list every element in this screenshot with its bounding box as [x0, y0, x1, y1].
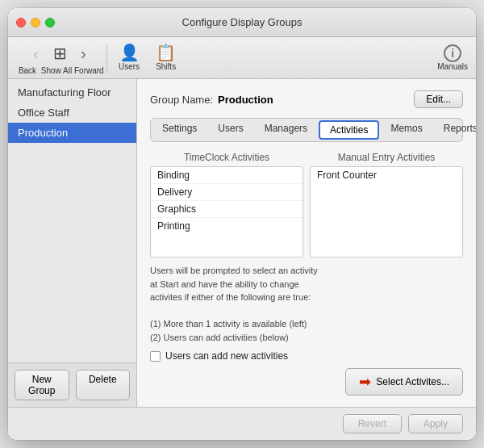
back-label: Back: [16, 66, 39, 75]
info-line-3: activites if either of the following are…: [150, 291, 463, 304]
info-line-5: (1) More than 1 activity is available (l…: [150, 317, 463, 331]
sidebar-list: Manufacturing Floor Office Staff Product…: [8, 79, 136, 362]
toolbar: ‹ ⊞ › Back Show All Forward 👤 Users 📋 Sh…: [8, 37, 476, 79]
select-activities-label: Select Activites...: [376, 376, 449, 387]
manuals-label: Manuals: [437, 62, 468, 71]
show-all-label: Show All: [39, 66, 74, 75]
group-name-row: Group Name: Production Edit...: [150, 90, 463, 108]
activities-area: TimeClock Activities Binding Delivery Gr…: [150, 152, 463, 257]
list-item[interactable]: Delivery: [151, 184, 302, 201]
select-activities-row: ➡ Select Activites...: [150, 368, 463, 396]
tab-reports[interactable]: Reports: [434, 120, 476, 140]
forward-label: Forward: [74, 66, 103, 75]
group-name-value: Production: [218, 94, 414, 106]
sidebar: Manufacturing Floor Office Staff Product…: [8, 79, 137, 407]
edit-button[interactable]: Edit...: [414, 90, 463, 108]
timeclock-activity-list: Binding Delivery Graphics Printing: [150, 166, 303, 257]
add-activities-checkbox[interactable]: [150, 351, 161, 362]
shifts-button[interactable]: 📋 Shifts: [148, 41, 184, 74]
forward-arrow-icon[interactable]: ›: [77, 41, 90, 66]
shifts-label: Shifts: [156, 62, 176, 71]
list-item[interactable]: Front Counter: [311, 167, 462, 183]
checkbox-row: Users can add new activities: [150, 350, 463, 362]
manual-entry-column: Manual Entry Activities Front Counter: [310, 152, 463, 257]
sidebar-footer: New Group Delete: [8, 362, 136, 407]
content-area: Manufacturing Floor Office Staff Product…: [8, 79, 476, 407]
info-line-6: (2) Users can add activities (below): [150, 331, 463, 345]
tab-managers[interactable]: Managers: [255, 120, 317, 140]
sidebar-item-production[interactable]: Production: [8, 123, 136, 143]
timeclock-column: TimeClock Activities Binding Delivery Gr…: [150, 152, 303, 257]
tabs-row: Settings Users Managers Activities Memos…: [150, 118, 463, 142]
sidebar-item-manufacturing-floor[interactable]: Manufacturing Floor: [8, 82, 136, 103]
main-panel: Group Name: Production Edit... Settings …: [137, 79, 476, 407]
timeclock-col-header: TimeClock Activities: [150, 152, 303, 163]
info-line-4: [150, 304, 463, 318]
maximize-button[interactable]: [45, 18, 55, 27]
window-bottom-bar: Revert Apply: [8, 407, 476, 440]
list-item[interactable]: Graphics: [151, 201, 302, 218]
apply-button[interactable]: Apply: [408, 414, 463, 433]
info-line-1: Users will be prompted to select an acti…: [150, 264, 463, 278]
tab-memos[interactable]: Memos: [381, 120, 432, 140]
sidebar-item-office-staff[interactable]: Office Staff: [8, 103, 136, 123]
new-group-button[interactable]: New Group: [15, 370, 69, 400]
tab-users[interactable]: Users: [208, 120, 252, 140]
checkbox-label: Users can add new activities: [165, 350, 288, 362]
minimize-button[interactable]: [31, 18, 40, 27]
tab-settings[interactable]: Settings: [152, 120, 207, 140]
close-button[interactable]: [16, 18, 26, 27]
grid-icon: ⊞: [53, 45, 67, 61]
window-title: Configure Display Groups: [182, 16, 302, 28]
info-text-area: Users will be prompted to select an acti…: [150, 264, 463, 344]
delete-button[interactable]: Delete: [76, 370, 131, 400]
info-line-2: at Start and have the ability to change: [150, 278, 463, 291]
list-item[interactable]: Printing: [151, 218, 302, 234]
manual-activity-list: Front Counter: [310, 166, 463, 257]
group-name-prefix: Group Name:: [150, 94, 213, 106]
revert-button[interactable]: Revert: [343, 414, 402, 433]
arrow-right-icon: ➡: [359, 373, 371, 391]
toolbar-separator-1: [106, 44, 107, 73]
users-icon: 👤: [119, 44, 140, 61]
tab-activities[interactable]: Activities: [319, 120, 379, 140]
select-activities-button[interactable]: ➡ Select Activites...: [345, 368, 463, 396]
back-arrow-icon[interactable]: ‹: [30, 41, 42, 66]
manual-entry-col-header: Manual Entry Activities: [310, 152, 463, 163]
title-bar: Configure Display Groups: [8, 8, 476, 37]
traffic-lights: [16, 18, 55, 27]
manuals-button[interactable]: i Manuals: [437, 44, 468, 71]
list-item[interactable]: Binding: [151, 167, 302, 184]
shifts-icon: 📋: [156, 44, 176, 61]
show-all-button[interactable]: ⊞: [42, 42, 77, 65]
users-button[interactable]: 👤 Users: [111, 41, 148, 74]
nav-group: ‹ ⊞ › Back Show All Forward: [16, 41, 103, 75]
users-label: Users: [119, 62, 140, 71]
info-icon: i: [444, 44, 461, 62]
main-window: Configure Display Groups ‹ ⊞ › Back Show…: [8, 8, 476, 440]
